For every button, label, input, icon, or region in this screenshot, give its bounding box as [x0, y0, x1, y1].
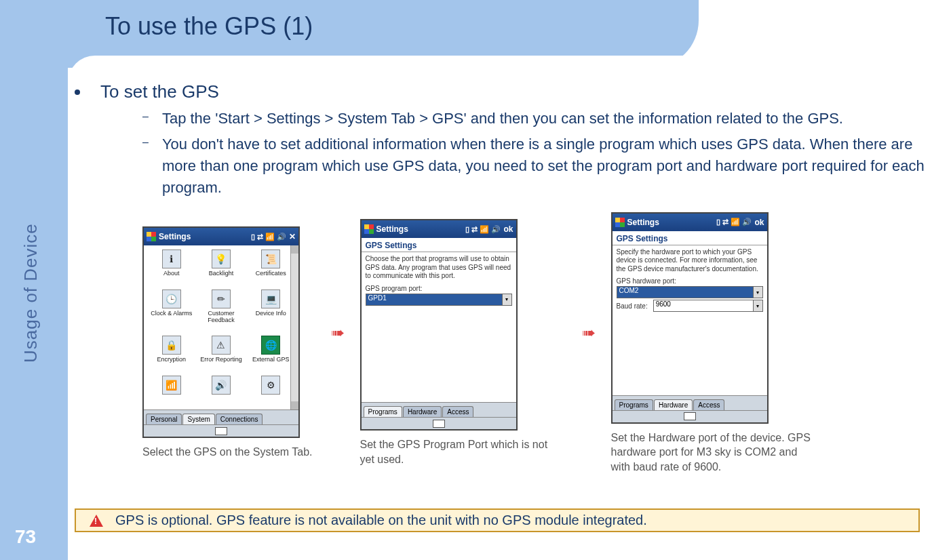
sidebar-label: Usage of Device	[20, 223, 41, 363]
ok-button: ok	[755, 218, 764, 227]
tab-hardware[interactable]: Hardware	[403, 406, 442, 417]
status-icons: ▯ ⇄ 📶 🔊	[465, 225, 501, 234]
settings-icon-about[interactable]: ℹAbout	[148, 249, 195, 287]
dash-icon: –	[142, 136, 149, 199]
caption-3: Set the Hardware port of the device. GPS…	[611, 431, 815, 475]
settings-icon-external-gps[interactable]: 🌐External GPS	[248, 336, 294, 373]
tab-hardware[interactable]: Hardware	[654, 399, 693, 410]
window-title: Settings	[376, 224, 408, 234]
program-port-select[interactable]: GPD1	[366, 294, 503, 306]
window-title: Settings	[627, 218, 659, 227]
instruction-2: You don't have to set additional informa…	[162, 134, 932, 199]
tab-programs[interactable]: Programs	[615, 399, 653, 410]
settings-icon-clock-alarms[interactable]: 🕒Clock & Alarms	[148, 289, 195, 334]
caption-2: Set the GPS Program Port which is not ye…	[360, 437, 564, 466]
page-title: To use the GPS (1)	[105, 12, 313, 41]
screenshot-settings-system: Settings ▯ ⇄ 📶 🔊 ✕ ℹAbout💡Backlight📜Cert…	[142, 226, 300, 438]
field-label: GPS hardware port:	[613, 276, 767, 285]
section-heading: To set the GPS	[100, 81, 219, 102]
settings-icon-error-reporting[interactable]: ⚠Error Reporting	[197, 336, 244, 373]
tab-system[interactable]: System	[182, 414, 214, 424]
panel-description: Specify the hardware port to which your …	[613, 245, 767, 277]
window-title: Settings	[159, 232, 191, 241]
start-icon	[615, 218, 625, 227]
keyboard-icon	[215, 427, 227, 435]
arrow-icon: ➠	[570, 326, 604, 340]
instruction-1: Tap the 'Start > Settings > System Tab >…	[162, 108, 843, 129]
keyboard-icon	[684, 412, 696, 420]
bullet-icon	[75, 89, 80, 95]
caption-1: Select the GPS on the System Tab.	[142, 445, 313, 460]
dropdown-icon[interactable]: ▾	[503, 294, 512, 306]
close-icon: ✕	[289, 232, 296, 241]
settings-icon-customer-feedback[interactable]: ✏Customer Feedback	[197, 289, 244, 334]
tab-access[interactable]: Access	[442, 406, 473, 417]
page-number: 73	[15, 526, 36, 548]
hardware-port-select[interactable]: COM2	[617, 286, 754, 298]
start-icon	[147, 232, 156, 241]
settings-icon-device-info[interactable]: 💻Device Info	[248, 289, 294, 334]
screenshot-gps-program-port: Settings ▯ ⇄ 📶 🔊 ok GPS Settings Choose …	[360, 219, 518, 431]
arrow-icon: ➠	[319, 326, 353, 340]
dropdown-icon[interactable]: ▾	[754, 286, 763, 298]
status-icons: ▯ ⇄ 📶 🔊	[716, 218, 752, 226]
panel-title: GPS Settings	[613, 231, 767, 245]
warning-icon	[90, 515, 103, 527]
tab-connections[interactable]: Connections	[216, 414, 263, 424]
dropdown-icon[interactable]: ▾	[754, 300, 763, 312]
panel-title: GPS Settings	[362, 238, 516, 252]
status-icons: ▯ ⇄ 📶 🔊	[251, 233, 286, 241]
tab-programs[interactable]: Programs	[364, 406, 402, 417]
panel-description: Choose the port that programs will use t…	[362, 252, 516, 283]
tab-personal[interactable]: Personal	[146, 414, 182, 424]
settings-icon-encryption[interactable]: 🔒Encryption	[148, 336, 195, 373]
tab-access[interactable]: Access	[693, 399, 724, 410]
dash-icon: –	[142, 111, 149, 129]
start-icon	[364, 224, 374, 234]
warning-box: GPS is optional. GPS feature is not avai…	[75, 508, 920, 532]
keyboard-icon	[433, 420, 445, 428]
field-label: GPS program port:	[362, 283, 516, 293]
field-label: Baud rate:	[617, 302, 648, 310]
screenshot-gps-hardware-port: Settings ▯ ⇄ 📶 🔊 ok GPS Settings Specify…	[611, 212, 769, 424]
settings-icon-backlight[interactable]: 💡Backlight	[197, 249, 244, 287]
settings-icon-certificates[interactable]: 📜Certificates	[248, 249, 294, 287]
scrollbar[interactable]	[290, 245, 298, 409]
ok-button: ok	[504, 224, 513, 234]
warning-text: GPS is optional. GPS feature is not avai…	[115, 513, 647, 528]
baud-rate-select[interactable]: 9600	[653, 300, 754, 312]
